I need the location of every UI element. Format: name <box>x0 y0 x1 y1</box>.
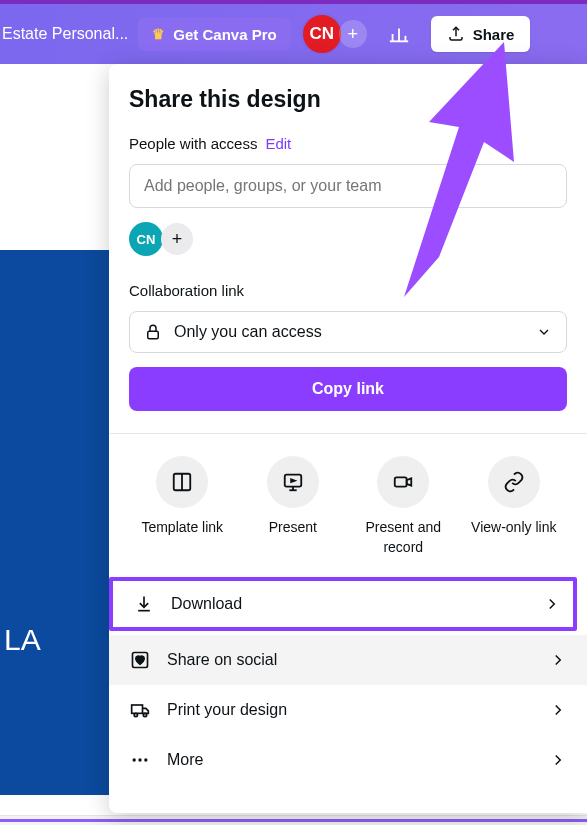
copy-link-button[interactable]: Copy link <box>129 367 567 411</box>
get-pro-button[interactable]: ♛ Get Canva Pro <box>138 18 290 51</box>
svg-marker-13 <box>407 478 412 485</box>
chevron-right-icon <box>549 751 567 769</box>
design-canvas[interactable]: LA , ST 12345 <box>0 250 110 795</box>
video-icon <box>392 471 414 493</box>
chevron-right-icon <box>549 701 567 719</box>
edit-access-link[interactable]: Edit <box>265 135 291 152</box>
action-label: Present <box>269 518 317 538</box>
svg-point-21 <box>144 759 147 762</box>
template-link-action[interactable]: Template link <box>132 456 232 557</box>
heart-icon <box>130 650 150 670</box>
menu-label: Download <box>171 595 242 613</box>
share-button[interactable]: Share <box>431 16 531 52</box>
insights-button[interactable] <box>377 12 421 56</box>
svg-point-20 <box>138 759 141 762</box>
svg-point-19 <box>133 759 136 762</box>
action-label: View-only link <box>471 518 556 538</box>
add-people-input[interactable] <box>129 164 567 208</box>
member-avatar[interactable]: CN <box>129 222 163 256</box>
svg-rect-5 <box>148 331 159 339</box>
dots-icon <box>130 750 150 770</box>
svg-point-18 <box>143 714 146 717</box>
template-icon <box>171 471 193 493</box>
link-icon <box>503 471 525 493</box>
share-panel: Share this design People with access Edi… <box>109 64 587 813</box>
crown-icon: ♛ <box>152 26 165 42</box>
chart-icon <box>388 23 410 45</box>
pro-label: Get Canva Pro <box>173 26 276 43</box>
divider <box>109 433 587 434</box>
truck-icon <box>129 700 151 720</box>
present-icon <box>282 471 304 493</box>
collab-label: Collaboration link <box>129 282 567 299</box>
lock-icon <box>144 323 162 341</box>
add-member-button[interactable]: + <box>339 20 367 48</box>
canvas-footer <box>0 815 587 825</box>
access-select[interactable]: Only you can access <box>129 311 567 353</box>
action-label: Template link <box>141 518 223 538</box>
chevron-down-icon <box>536 324 552 340</box>
access-row: People with access Edit <box>129 135 567 152</box>
access-value: Only you can access <box>174 323 322 341</box>
view-only-action[interactable]: View-only link <box>464 456 564 557</box>
member-avatars: CN + <box>129 222 567 256</box>
upload-icon <box>447 25 465 43</box>
svg-rect-16 <box>132 705 143 713</box>
share-label: Share <box>473 26 515 43</box>
app-header: Estate Personal... ♛ Get Canva Pro CN + … <box>0 4 587 64</box>
more-menu-item[interactable]: More <box>109 735 587 785</box>
share-social-menu-item[interactable]: Share on social <box>109 635 587 685</box>
access-label: People with access <box>129 135 257 152</box>
svg-rect-12 <box>395 477 407 486</box>
download-menu-item[interactable]: Download <box>109 577 577 631</box>
menu-label: Print your design <box>167 701 287 719</box>
progress-bar <box>0 819 587 822</box>
svg-point-17 <box>134 714 137 717</box>
canvas-text: LA <box>4 623 41 657</box>
add-member-small-button[interactable]: + <box>161 223 193 255</box>
present-action[interactable]: Present <box>243 456 343 557</box>
download-icon <box>134 594 154 614</box>
menu-label: Share on social <box>167 651 277 669</box>
chevron-right-icon <box>543 595 561 613</box>
print-menu-item[interactable]: Print your design <box>109 685 587 735</box>
action-grid: Template link Present Present and record… <box>129 456 567 557</box>
menu-label: More <box>167 751 203 769</box>
chevron-right-icon <box>549 651 567 669</box>
avatar-group: CN + <box>301 13 367 55</box>
user-avatar[interactable]: CN <box>301 13 343 55</box>
panel-title: Share this design <box>129 86 567 113</box>
menu-list: Download Share on social Print your desi… <box>109 577 587 785</box>
document-title[interactable]: Estate Personal... <box>0 25 128 43</box>
action-label: Present and record <box>353 518 453 557</box>
svg-marker-9 <box>291 479 295 482</box>
present-record-action[interactable]: Present and record <box>353 456 453 557</box>
